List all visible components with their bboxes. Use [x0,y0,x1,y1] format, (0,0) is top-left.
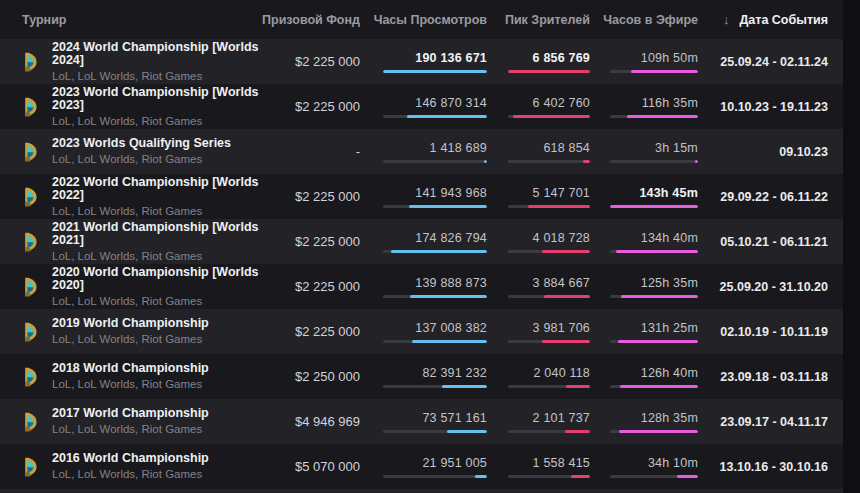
prize-pool-value: $2 225 000 [260,324,360,339]
event-date: 05.10.21 - 06.11.21 [698,235,828,249]
tournament-logo-icon [22,142,38,162]
airtime-value: 143h 45m [639,186,698,200]
header-cell-event-date[interactable]: ↓ Дата События [698,12,828,27]
tournament-name[interactable]: 2019 World Championship [52,317,209,331]
sort-desc-icon: ↓ [723,12,730,27]
tournament-tags: LoL, LoL Worlds, Riot Games [52,153,231,166]
tournament-name[interactable]: 2016 World Championship [52,452,209,466]
airtime-value: 125h 35m [641,276,698,290]
tournament-row[interactable]: 2021 World Championship [Worlds 2021] Lo… [0,219,843,264]
hours-watched-value: 1 418 689 [430,141,487,155]
event-date: 29.09.22 - 06.11.22 [698,190,828,204]
header-cell-prize[interactable]: Призовой Фонд [260,13,360,27]
hours-watched-value: 190 136 671 [415,51,487,65]
hours-watched-cell: 73 571 161 [360,411,487,433]
tournament-logo-icon [22,277,38,297]
hours-watched-value: 139 888 873 [415,276,487,290]
peak-viewers-bar [508,475,590,478]
peak-viewers-bar [508,430,590,433]
header-cell-event-date-label: Дата События [739,13,828,27]
tournament-name[interactable]: 2024 World Championship [Worlds 2024] [52,41,260,68]
tournament-logo-icon [22,412,38,432]
tournament-cell: 2016 World Championship LoL, LoL Worlds,… [0,452,260,481]
hours-watched-bar [383,70,487,73]
tournament-row[interactable]: 2023 Worlds Qualifying Series LoL, LoL W… [0,129,843,174]
hours-watched-value: 137 008 382 [415,321,487,335]
tournament-name[interactable]: 2020 World Championship [Worlds 2020] [52,266,260,293]
tournament-logo-icon [22,232,38,252]
tournament-title-block: 2019 World Championship LoL, LoL Worlds,… [52,317,209,346]
tournament-cell: 2023 World Championship [Worlds 2023] Lo… [0,86,260,128]
hours-watched-bar [383,340,487,343]
tournament-row[interactable]: 2016 World Championship LoL, LoL Worlds,… [0,444,843,489]
tournament-title-block: 2023 World Championship [Worlds 2023] Lo… [52,86,260,128]
hours-watched-cell: 190 136 671 [360,51,487,73]
peak-viewers-cell: 618 854 [487,141,590,163]
hours-watched-value: 141 943 968 [415,186,487,200]
tournament-cell: 2022 World Championship [Worlds 2022] Lo… [0,176,260,218]
airtime-bar [610,340,698,343]
tournament-row[interactable]: 2018 World Championship LoL, LoL Worlds,… [0,354,843,399]
tournament-name[interactable]: 2023 World Championship [Worlds 2023] [52,86,260,113]
header-cell-hours-watched[interactable]: Часы Просмотров [360,13,487,27]
peak-viewers-bar [508,340,590,343]
hours-watched-bar [383,205,487,208]
tournament-row[interactable]: 2024 World Championship [Worlds 2024] Lo… [0,39,843,84]
peak-viewers-bar [508,295,590,298]
tournament-title-block: 2016 World Championship LoL, LoL Worlds,… [52,452,209,481]
airtime-cell: 3h 15m [590,141,698,163]
tournament-name[interactable]: 2021 World Championship [Worlds 2021] [52,221,260,248]
peak-viewers-value: 618 854 [543,141,590,155]
airtime-bar [610,385,698,388]
table-header: Турнир Призовой Фонд Часы Просмотров Пик… [0,0,843,39]
tournament-logo-icon [22,322,38,342]
airtime-value: 109h 50m [641,51,698,65]
airtime-bar [610,205,698,208]
tournament-tags: LoL, LoL Worlds, Riot Games [52,378,209,391]
hours-watched-bar [383,250,487,253]
tournament-cell: 2024 World Championship [Worlds 2024] Lo… [0,41,260,83]
peak-viewers-bar [508,160,590,163]
tournament-name[interactable]: 2023 Worlds Qualifying Series [52,137,231,151]
hours-watched-bar [383,430,487,433]
prize-pool-value: $4 946 969 [260,414,360,429]
airtime-bar [610,115,698,118]
tournament-row[interactable]: 2017 World Championship LoL, LoL Worlds,… [0,399,843,444]
tournament-title-block: 2023 Worlds Qualifying Series LoL, LoL W… [52,137,231,166]
tournament-row[interactable]: 2022 World Championship [Worlds 2022] Lo… [0,174,843,219]
hours-watched-cell: 82 391 232 [360,366,487,388]
peak-viewers-value: 3 884 667 [533,276,590,290]
tournament-tags: LoL, LoL Worlds, Riot Games [52,70,260,83]
tournament-cell: 2023 Worlds Qualifying Series LoL, LoL W… [0,137,260,166]
event-date: 23.09.18 - 03.11.18 [698,370,828,384]
tournament-cell: 2020 World Championship [Worlds 2020] Lo… [0,266,260,308]
hours-watched-value: 82 391 232 [422,366,487,380]
tournament-title-block: 2022 World Championship [Worlds 2022] Lo… [52,176,260,218]
hours-watched-bar [383,385,487,388]
hours-watched-cell: 139 888 873 [360,276,487,298]
tournament-name[interactable]: 2022 World Championship [Worlds 2022] [52,176,260,203]
tournament-row[interactable]: 2023 World Championship [Worlds 2023] Lo… [0,84,843,129]
tournament-row[interactable]: 2019 World Championship LoL, LoL Worlds,… [0,309,843,354]
event-date: 09.10.23 [698,145,828,159]
tournament-name[interactable]: 2018 World Championship [52,362,209,376]
airtime-bar [610,250,698,253]
tournament-logo-icon [22,52,38,72]
peak-viewers-value: 1 558 415 [533,456,590,470]
airtime-cell: 116h 35m [590,96,698,118]
airtime-cell: 134h 40m [590,231,698,253]
hours-watched-cell: 146 870 314 [360,96,487,118]
next-row-partial [0,489,843,493]
header-cell-tournament[interactable]: Турнир [0,13,260,27]
hours-watched-cell: 1 418 689 [360,141,487,163]
hours-watched-cell: 137 008 382 [360,321,487,343]
airtime-value: 34h 10m [648,456,698,470]
tournament-title-block: 2024 World Championship [Worlds 2024] Lo… [52,41,260,83]
header-cell-airtime[interactable]: Часов в Эфире [590,13,698,27]
airtime-value: 116h 35m [642,96,698,110]
tournament-row[interactable]: 2020 World Championship [Worlds 2020] Lo… [0,264,843,309]
tournament-name[interactable]: 2017 World Championship [52,407,209,421]
header-cell-peak-viewers[interactable]: Пик Зрителей [487,13,590,27]
tournament-title-block: 2021 World Championship [Worlds 2021] Lo… [52,221,260,263]
peak-viewers-value: 5 147 701 [533,186,590,200]
